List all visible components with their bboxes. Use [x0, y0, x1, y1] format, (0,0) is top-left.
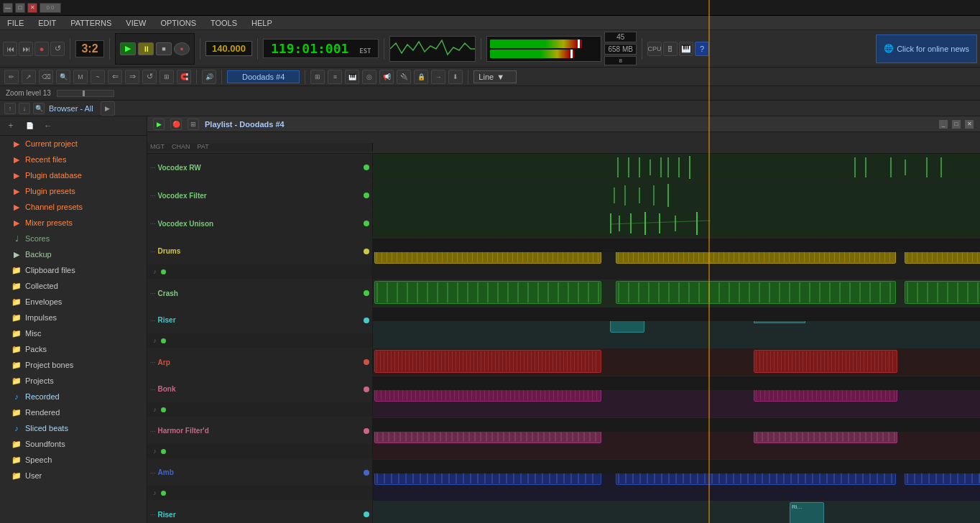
stop-btn[interactable]: ■ [156, 42, 172, 55]
menu-tools[interactable]: TOOLS [208, 17, 240, 29]
sidebar-item-project-bones[interactable]: 📁 Project bones [0, 357, 147, 373]
menu-patterns[interactable]: PATTERNS [68, 17, 114, 29]
sidebar-item-plugin-database[interactable]: ▶ Plugin database [0, 167, 147, 183]
menu-edit[interactable]: EDIT [35, 17, 59, 29]
sidebar-item-soundfonts[interactable]: 📁 Soundfonts [0, 436, 147, 452]
zoom-slider[interactable] [57, 90, 114, 97]
track-patterns-vocodex-unison[interactable] [373, 210, 980, 237]
tracks-scroll-area[interactable]: ··· Vocodex RW [147, 154, 980, 523]
close-btn[interactable]: ✕ [27, 3, 37, 13]
track-patterns-bonk[interactable] [373, 376, 980, 417]
sidebar-item-backup[interactable]: ▶ Backup [0, 246, 147, 262]
tool-erase[interactable]: ⌫ [39, 70, 53, 84]
menu-view[interactable]: VIEW [123, 17, 149, 29]
sidebar-item-packs[interactable]: 📁 Packs [0, 341, 147, 357]
playlist-close-btn[interactable]: ✕ [964, 119, 974, 129]
tool-loop-mode[interactable]: ↺ [142, 70, 157, 84]
sidebar-item-speech[interactable]: 📁 Speech [0, 452, 147, 468]
crash-block-1[interactable] [374, 281, 601, 304]
tool-grid[interactable]: ⊞ [310, 70, 325, 84]
track-patterns-drums[interactable] [373, 238, 980, 279]
tool-volume[interactable]: 🔊 [202, 70, 216, 84]
sidebar-item-collected[interactable]: 📁 Collected [0, 278, 147, 294]
track-patterns-crash[interactable] [373, 279, 980, 307]
sidebar-item-user[interactable]: 📁 User [0, 468, 147, 483]
sidebar-item-projects[interactable]: 📁 Projects [0, 373, 147, 389]
sidebar-item-impulses[interactable]: 📁 Impulses [0, 310, 147, 325]
pause-btn[interactable]: ⏸ [138, 42, 154, 55]
tool-list[interactable]: ≡ [328, 70, 342, 84]
tool-select[interactable]: ↗ [22, 70, 36, 84]
track-patterns-riser2[interactable]: Ri... [373, 501, 980, 523]
tool-cpu[interactable]: CPU [647, 42, 662, 56]
sidebar-item-current-project[interactable]: ▶ Current project [0, 136, 147, 152]
track-patterns-arp[interactable] [373, 348, 980, 376]
playlist-maximize-btn[interactable]: □ [951, 119, 961, 129]
menu-help[interactable]: HELP [249, 17, 275, 29]
menu-options[interactable]: OPTIONS [157, 17, 199, 29]
window-controls[interactable]: — □ ✕ 0 0 [3, 3, 61, 13]
tool-back[interactable]: ⇐ [108, 70, 122, 84]
browser-down-icon[interactable]: ↓ [19, 103, 30, 114]
playlist-record-icon[interactable]: 🔴 [170, 119, 182, 130]
tool-loop[interactable]: ↺ [50, 42, 65, 56]
riser2-block[interactable]: Ri... [790, 502, 824, 523]
sidebar-back-btn[interactable]: ← [42, 119, 55, 132]
tool-draw[interactable]: ✏ [4, 70, 19, 84]
track-patterns-riser1[interactable]: Ris... Gross Guitar Solo [373, 307, 980, 348]
arp-block-2[interactable] [754, 350, 897, 373]
tool-record[interactable]: ● [34, 42, 49, 56]
crash-block-3[interactable] [905, 281, 980, 304]
tool-declick[interactable]: ~ [91, 70, 105, 84]
crash-block-2[interactable] [616, 281, 896, 304]
sidebar-item-plugin-presets[interactable]: ▶ Plugin presets [0, 183, 147, 199]
minimize-btn[interactable]: — [3, 3, 13, 13]
browser-expand-icon[interactable]: ▶ [101, 101, 115, 116]
browser-search-icon[interactable]: 🔍 [33, 103, 45, 114]
tool-magnet[interactable]: 🧲 [177, 70, 191, 84]
tool-plug[interactable]: 🔌 [397, 70, 411, 84]
maximize-btn[interactable]: □ [15, 3, 25, 13]
sidebar-item-clipboard-files[interactable]: 📁 Clipboard files [0, 262, 147, 278]
sidebar-item-scores[interactable]: ♩ Scores [0, 231, 147, 246]
browser-up-icon[interactable]: ↑ [4, 103, 16, 114]
tool-snap[interactable]: ⊞ [160, 70, 174, 84]
play-btn[interactable]: ▶ [120, 42, 136, 55]
tool-rewind[interactable]: ⏮ [3, 42, 17, 56]
tool-mute[interactable]: M [73, 70, 88, 84]
tool-piano2[interactable]: 🎹 [345, 70, 359, 84]
tool-knob[interactable]: ◎ [362, 70, 376, 84]
playlist-pattern-view-icon[interactable]: ⊞ [188, 119, 199, 130]
news-button[interactable]: 🌐 Click for online news [876, 34, 977, 63]
track-patterns-amb[interactable] [373, 459, 980, 501]
bpm-display[interactable]: 140.000 [205, 41, 252, 56]
playlist-minimize-btn[interactable]: _ [938, 119, 948, 129]
sidebar-item-mixer-presets[interactable]: ▶ Mixer presets [0, 215, 147, 231]
sidebar-add-btn[interactable]: + [4, 119, 17, 132]
track-patterns-harmor-filter[interactable] [373, 417, 980, 459]
tool-forward[interactable]: ⇒ [125, 70, 139, 84]
tool-piano[interactable]: 🎹 [679, 42, 693, 56]
playlist-play-icon[interactable]: ▶ [153, 119, 165, 130]
sidebar-item-recent-files[interactable]: ▶ Recent files [0, 152, 147, 167]
track-patterns-vocodex-filter[interactable] [373, 182, 980, 209]
tool-lock[interactable]: 🔒 [414, 70, 428, 84]
tool-question[interactable]: ? [695, 42, 709, 56]
sidebar-item-rendered[interactable]: 📁 Rendered [0, 404, 147, 420]
arp-block-1[interactable] [374, 350, 601, 373]
playlist-window-controls[interactable]: _ □ ✕ [938, 119, 974, 129]
sidebar-item-recorded[interactable]: ♪ Recorded [0, 389, 147, 404]
tool-download[interactable]: ⬇ [448, 70, 463, 84]
tool-fast-forward[interactable]: ⏭ [19, 42, 33, 56]
sidebar-new-btn[interactable]: 📄 [23, 119, 36, 132]
menu-file[interactable]: FILE [4, 17, 27, 29]
tool-mixer[interactable]: 🎚 [663, 42, 678, 56]
sidebar-item-channel-presets[interactable]: ▶ Channel presets [0, 199, 147, 215]
line-mode-dropdown[interactable]: Line ▼ [473, 70, 517, 83]
tool-speaker[interactable]: 📢 [379, 70, 394, 84]
track-patterns-vocodex-rw[interactable] [373, 154, 980, 181]
record-btn[interactable]: ● [174, 42, 190, 55]
sidebar-item-sliced-beats[interactable]: ♪ Sliced beats [0, 420, 147, 436]
sidebar-item-envelopes[interactable]: 📁 Envelopes [0, 294, 147, 310]
sidebar-item-misc[interactable]: 📁 Misc [0, 325, 147, 341]
